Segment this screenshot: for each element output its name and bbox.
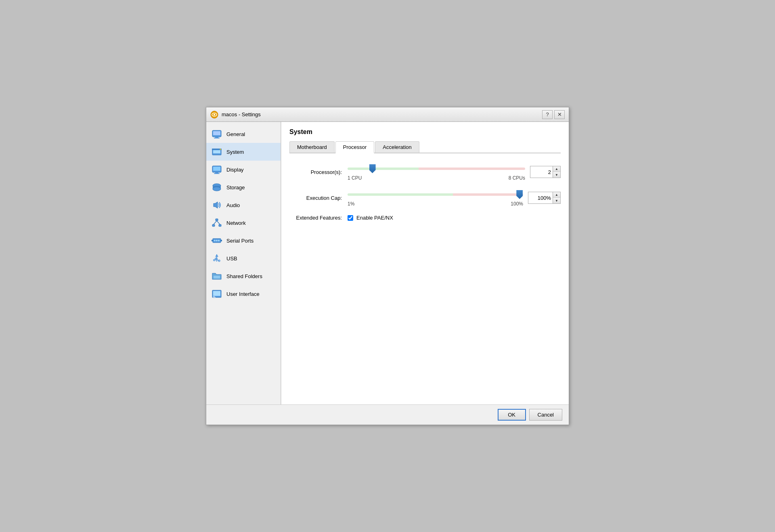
processor-slider-track[interactable]	[348, 163, 525, 174]
svg-rect-37	[214, 276, 220, 279]
panel-title: System	[289, 128, 561, 136]
svg-point-25	[214, 240, 216, 241]
title-bar-left: macos - Settings	[210, 111, 261, 119]
tab-processor[interactable]: Processor	[335, 141, 375, 153]
svg-marker-18	[214, 202, 218, 208]
system-icon	[211, 146, 222, 157]
processor-label: Processor(s):	[289, 169, 342, 175]
processor-row: Processor(s): 1 CPU 8 CPUs ▲	[289, 163, 561, 181]
processor-slider-bg	[348, 168, 525, 170]
tab-motherboard[interactable]: Motherboard	[289, 141, 335, 153]
svg-rect-4	[213, 131, 220, 135]
sidebar-item-network[interactable]: Network	[206, 214, 281, 232]
svg-line-23	[217, 221, 220, 224]
svg-rect-20	[212, 224, 215, 226]
processor-slider-container: 1 CPU 8 CPUs	[348, 163, 525, 181]
settings-window: macos - Settings ? ✕ General	[206, 107, 569, 425]
sidebar-item-user-interface-label: User Interface	[226, 291, 260, 297]
execution-min-label: 1%	[348, 201, 354, 207]
extended-features-row: Extended Features: Enable PAE/NX	[289, 215, 561, 221]
user-interface-icon	[211, 288, 222, 300]
title-bar-controls: ? ✕	[542, 110, 565, 119]
execution-slider-thumb[interactable]	[516, 190, 523, 199]
pae-label[interactable]: Enable PAE/NX	[356, 215, 393, 221]
ok-button[interactable]: OK	[498, 409, 526, 421]
tabs: Motherboard Processor Acceleration	[289, 141, 561, 153]
sidebar-item-general[interactable]: General	[206, 125, 281, 143]
sidebar-item-usb[interactable]: USB	[206, 249, 281, 267]
processor-max-label: 8 CPUs	[509, 175, 525, 181]
sidebar-item-audio-label: Audio	[226, 202, 240, 208]
pae-checkbox-group: Enable PAE/NX	[348, 215, 393, 221]
shared-folders-icon	[211, 270, 222, 282]
sidebar-item-network-label: Network	[226, 220, 246, 226]
execution-slider-bg	[348, 193, 523, 196]
processor-decrement-button[interactable]: ▼	[553, 172, 560, 178]
usb-icon	[211, 253, 222, 264]
pae-checkbox[interactable]	[348, 215, 353, 221]
svg-rect-14	[214, 173, 220, 174]
sidebar-item-general-label: General	[226, 131, 245, 137]
svg-rect-41	[213, 297, 216, 297]
execution-decrement-button[interactable]: ▼	[553, 198, 560, 203]
extended-features-label: Extended Features:	[289, 215, 342, 221]
sidebar-item-serial-ports[interactable]: Serial Ports	[206, 232, 281, 249]
processor-slider-thumb[interactable]	[369, 164, 376, 173]
svg-marker-31	[215, 254, 218, 257]
tab-acceleration[interactable]: Acceleration	[375, 141, 419, 153]
execution-label: Execution Cap:	[289, 195, 342, 201]
app-icon	[210, 111, 218, 119]
svg-rect-8	[213, 150, 220, 153]
audio-icon	[211, 199, 222, 211]
execution-max-label: 100%	[511, 201, 523, 207]
serial-ports-icon	[211, 235, 222, 246]
close-button[interactable]: ✕	[554, 110, 565, 119]
sidebar-item-shared-folders[interactable]: Shared Folders	[206, 267, 281, 285]
svg-rect-29	[221, 240, 222, 241]
svg-rect-40	[213, 296, 215, 297]
main-panel: System Motherboard Processor Acceleratio…	[281, 122, 569, 404]
cancel-button[interactable]: Cancel	[529, 409, 562, 421]
processor-increment-button[interactable]: ▲	[553, 166, 560, 172]
svg-line-22	[214, 221, 217, 224]
svg-point-27	[218, 240, 220, 241]
sidebar-item-serial-ports-label: Serial Ports	[226, 238, 253, 244]
sidebar-item-display[interactable]: Display	[206, 161, 281, 178]
execution-row: Execution Cap: 1% 100% ▲	[289, 189, 561, 207]
sidebar-item-display-label: Display	[226, 167, 244, 173]
svg-rect-36	[214, 260, 215, 261]
sidebar-item-system-label: System	[226, 149, 244, 155]
sidebar-item-storage-label: Storage	[226, 184, 245, 191]
sidebar-item-usb-label: USB	[226, 256, 237, 262]
processor-spinbox-buttons: ▲ ▼	[553, 166, 560, 178]
execution-value-input[interactable]	[528, 192, 553, 203]
svg-rect-19	[216, 219, 218, 221]
sidebar-item-user-interface[interactable]: User Interface	[206, 285, 281, 303]
svg-rect-21	[219, 224, 221, 226]
sidebar-item-audio[interactable]: Audio	[206, 196, 281, 214]
execution-slider-track[interactable]	[348, 189, 523, 200]
content-area: General System	[206, 122, 569, 404]
footer: OK Cancel	[206, 404, 569, 425]
network-icon	[211, 217, 222, 228]
processor-value-input[interactable]	[530, 166, 553, 178]
processor-slider-labels: 1 CPU 8 CPUs	[348, 175, 525, 181]
execution-slider-labels: 1% 100%	[348, 201, 523, 207]
svg-point-17	[213, 187, 221, 191]
execution-increment-button[interactable]: ▲	[553, 192, 560, 198]
svg-rect-39	[213, 291, 220, 296]
svg-point-10	[220, 149, 221, 150]
execution-slider-container: 1% 100%	[348, 189, 523, 207]
sidebar-item-shared-folders-label: Shared Folders	[226, 273, 262, 279]
sidebar-item-system[interactable]: System	[206, 143, 281, 161]
window-title: macos - Settings	[222, 111, 261, 117]
sidebar-item-storage[interactable]: Storage	[206, 178, 281, 196]
general-icon	[211, 128, 222, 140]
display-icon	[211, 164, 222, 175]
help-button[interactable]: ?	[542, 110, 553, 119]
svg-point-2	[214, 114, 215, 115]
sidebar: General System	[206, 122, 281, 404]
execution-spinbox: ▲ ▼	[528, 192, 561, 204]
processor-min-label: 1 CPU	[348, 175, 362, 181]
storage-icon	[211, 182, 222, 193]
